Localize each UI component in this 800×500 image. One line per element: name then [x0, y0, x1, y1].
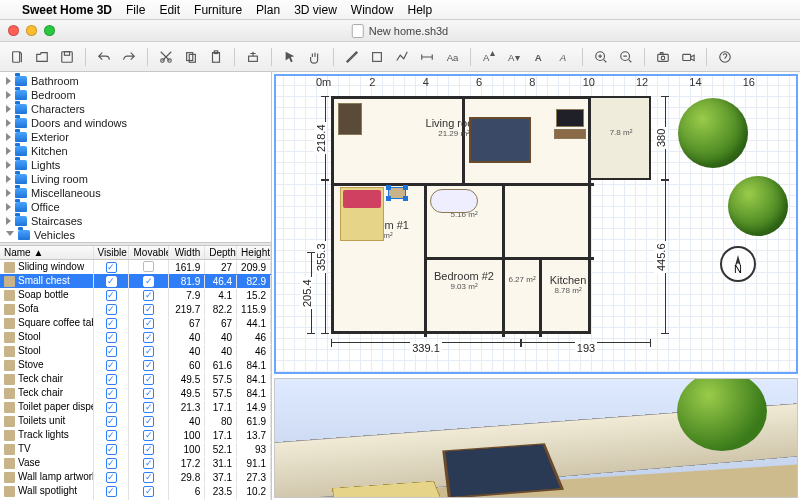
visible-checkbox[interactable]: ✓ [106, 402, 117, 413]
furniture-row[interactable]: Track lights✓✓10017.113.7 [0, 428, 271, 442]
furniture-catalog-tree[interactable]: Bathroom Bedroom Characters Doors and wi… [0, 72, 271, 242]
dimension-line[interactable]: 193 [521, 342, 651, 352]
col-depth[interactable]: Depth [205, 246, 237, 259]
movable-checkbox[interactable]: ✓ [143, 444, 154, 455]
catalog-folder[interactable]: Bedroom [0, 88, 271, 102]
catalog-folder[interactable]: Lights [0, 158, 271, 172]
catalog-folder[interactable]: Bathroom [0, 74, 271, 88]
col-visible[interactable]: Visible [94, 246, 130, 259]
furniture-row[interactable]: Stove✓✓6061.684.1 [0, 358, 271, 372]
create-rooms-button[interactable] [366, 46, 388, 68]
visible-checkbox[interactable]: ✓ [106, 346, 117, 357]
movable-checkbox[interactable]: ✓ [143, 290, 154, 301]
help-button[interactable] [714, 46, 736, 68]
zoom-in-button[interactable] [590, 46, 612, 68]
menu-furniture[interactable]: Furniture [194, 3, 242, 17]
movable-checkbox[interactable]: ✓ [143, 276, 154, 287]
text-size-down-button[interactable]: A▾ [503, 46, 525, 68]
movable-checkbox[interactable]: ✓ [143, 304, 154, 315]
col-width[interactable]: Width [169, 246, 205, 259]
menu-file[interactable]: File [126, 3, 145, 17]
visible-checkbox[interactable]: ✓ [106, 262, 117, 273]
catalog-folder[interactable]: Kitchen [0, 144, 271, 158]
dimension-line[interactable]: 445.6 [656, 180, 666, 334]
visible-checkbox[interactable]: ✓ [106, 360, 117, 371]
movable-checkbox[interactable]: ✓ [143, 318, 154, 329]
furniture-row[interactable]: Vase✓✓17.231.191.1 [0, 456, 271, 470]
furniture-row[interactable]: Teck chair✓✓49.557.584.1 [0, 386, 271, 400]
furniture-bed[interactable] [340, 187, 384, 241]
save-button[interactable] [56, 46, 78, 68]
open-button[interactable] [31, 46, 53, 68]
movable-checkbox[interactable]: ✓ [143, 374, 154, 385]
col-name[interactable]: Name ▲ [0, 246, 94, 259]
movable-checkbox[interactable]: ✓ [143, 402, 154, 413]
furniture-row[interactable]: Sliding window✓161.927209.9 [0, 260, 271, 274]
furniture-row[interactable]: Toilets unit✓✓408061.9 [0, 414, 271, 428]
compass-icon[interactable]: N [720, 246, 756, 282]
movable-checkbox[interactable]: ✓ [143, 388, 154, 399]
movable-checkbox[interactable]: ✓ [143, 472, 154, 483]
visible-checkbox[interactable]: ✓ [106, 444, 117, 455]
furniture-sofa[interactable] [554, 129, 586, 139]
menu-3d-view[interactable]: 3D view [294, 3, 337, 17]
italic-button[interactable]: A [553, 46, 575, 68]
movable-checkbox[interactable] [143, 261, 154, 272]
col-height[interactable]: Height [237, 246, 271, 259]
furniture-row[interactable]: Stool✓✓404046 [0, 330, 271, 344]
furniture-rug[interactable] [469, 117, 531, 163]
visible-checkbox[interactable]: ✓ [106, 318, 117, 329]
pan-tool-button[interactable] [304, 46, 326, 68]
window-minimize-button[interactable] [26, 25, 37, 36]
visible-checkbox[interactable]: ✓ [106, 290, 117, 301]
furniture-row[interactable]: Small chest✓✓81.946.482.9 [0, 274, 271, 288]
catalog-folder[interactable]: Characters [0, 102, 271, 116]
tree-icon[interactable] [728, 176, 788, 236]
create-video-button[interactable] [677, 46, 699, 68]
menu-edit[interactable]: Edit [159, 3, 180, 17]
select-tool-button[interactable] [279, 46, 301, 68]
movable-checkbox[interactable]: ✓ [143, 416, 154, 427]
furniture-row[interactable]: TV✓✓10052.193 [0, 442, 271, 456]
room-bed2[interactable]: Bedroom #29.03 m² [429, 264, 499, 296]
furniture-list-header[interactable]: Name ▲ Visible Movable Width Depth Heigh… [0, 246, 271, 260]
furniture-row[interactable]: Wall lamp artwork✓✓29.837.127.3 [0, 470, 271, 484]
undo-button[interactable] [93, 46, 115, 68]
catalog-folder[interactable]: Office [0, 200, 271, 214]
zoom-out-button[interactable] [615, 46, 637, 68]
visible-checkbox[interactable]: ✓ [106, 332, 117, 343]
dimension-line[interactable]: 355.3 [316, 180, 326, 334]
visible-checkbox[interactable]: ✓ [106, 430, 117, 441]
visible-checkbox[interactable]: ✓ [106, 486, 117, 497]
catalog-folder[interactable]: Miscellaneous [0, 186, 271, 200]
dimension-line[interactable]: 339.1 [331, 342, 521, 352]
visible-checkbox[interactable]: ✓ [106, 304, 117, 315]
create-walls-button[interactable] [341, 46, 363, 68]
furniture-row[interactable]: Sofa✓✓219.782.2115.9 [0, 302, 271, 316]
visible-checkbox[interactable]: ✓ [106, 374, 117, 385]
furniture-wardrobe[interactable] [338, 103, 362, 135]
paste-button[interactable] [205, 46, 227, 68]
create-polylines-button[interactable] [391, 46, 413, 68]
copy-button[interactable] [180, 46, 202, 68]
text-size-up-button[interactable]: A▴ [478, 46, 500, 68]
catalog-folder[interactable]: Doors and windows [0, 116, 271, 130]
create-dimensions-button[interactable] [416, 46, 438, 68]
catalog-folder[interactable]: Staircases [0, 214, 271, 228]
visible-checkbox[interactable]: ✓ [106, 276, 117, 287]
plan-2d-view[interactable]: 0m246810121416 Living room21.29 m² Bedro… [274, 74, 798, 374]
window-zoom-button[interactable] [44, 25, 55, 36]
app-menu[interactable]: Sweet Home 3D [22, 3, 112, 17]
catalog-folder[interactable]: Exterior [0, 130, 271, 144]
furniture-tv[interactable] [556, 109, 584, 127]
movable-checkbox[interactable]: ✓ [143, 458, 154, 469]
movable-checkbox[interactable]: ✓ [143, 360, 154, 371]
floorplan[interactable]: Living room21.29 m² Bedroom #19.71 m² Be… [331, 96, 591, 334]
visible-checkbox[interactable]: ✓ [106, 388, 117, 399]
visible-checkbox[interactable]: ✓ [106, 416, 117, 427]
furniture-row[interactable]: Toilet paper dispe…✓✓21.317.114.9 [0, 400, 271, 414]
furniture-bathtub[interactable] [430, 189, 478, 213]
dimension-line[interactable]: 218.4 [316, 96, 326, 180]
furniture-row[interactable]: Wall spotlight✓✓623.510.2 [0, 484, 271, 498]
movable-checkbox[interactable]: ✓ [143, 486, 154, 497]
